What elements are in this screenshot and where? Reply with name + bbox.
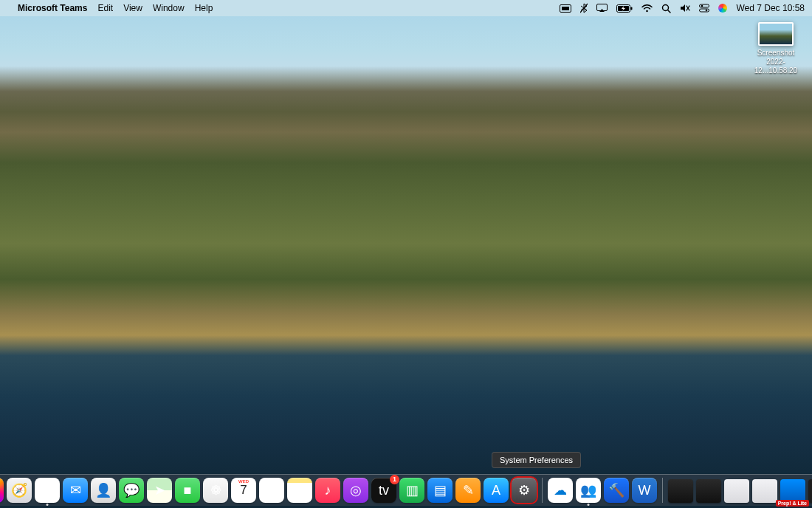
dock-photos[interactable]: ❁ (203, 478, 228, 503)
dock-appstore[interactable]: A (484, 478, 509, 503)
dock-teams[interactable]: 👥 (576, 478, 601, 503)
onedrive-icon: ☁ (554, 482, 567, 498)
svg-point-13 (701, 5, 703, 7)
bluetooth-off-icon[interactable] (580, 3, 588, 13)
svg-rect-5 (631, 7, 633, 10)
menu-help[interactable]: Help (195, 3, 213, 13)
word-icon: W (639, 483, 651, 498)
photos-icon: ❁ (210, 482, 221, 498)
dock-thumb-2[interactable] (696, 479, 721, 503)
file-name-label: Screenshot 2022-12...10.58.20 (747, 49, 805, 75)
dock: ☺🧭◉✉👤💬➤■❁Wed7☰♪◎tv1▥▤✎A⚙☁👥🔨W🗑 (0, 474, 812, 506)
dock-messages[interactable]: 💬 (119, 478, 144, 503)
svg-rect-12 (700, 4, 709, 7)
dock-chrome[interactable]: ◉ (35, 478, 60, 503)
search-icon[interactable] (661, 4, 671, 13)
file-thumbnail-icon (758, 22, 794, 46)
sound-icon[interactable] (680, 4, 690, 13)
dock-calendar[interactable]: Wed7 (231, 478, 256, 503)
dock-onedrive[interactable]: ☁ (548, 478, 573, 503)
mail-icon: ✉ (70, 482, 81, 498)
dock-thumb-1[interactable] (668, 479, 693, 503)
podcasts-icon: ◎ (350, 482, 362, 498)
dock-keynote[interactable]: ▤ (427, 478, 453, 503)
dock-separator (542, 478, 543, 503)
dock-thumb-4[interactable] (752, 479, 777, 503)
teams-icon: 👥 (580, 482, 596, 498)
svg-rect-1 (562, 7, 569, 10)
appletv-badge: 1 (390, 475, 399, 484)
maps-icon: ➤ (154, 482, 165, 498)
svg-line-9 (668, 10, 671, 13)
dock-xcode[interactable]: 🔨 (604, 478, 629, 503)
calendar-dom: 7 (240, 484, 247, 496)
messages-icon: 💬 (123, 482, 140, 498)
menu-window[interactable]: Window (153, 3, 185, 13)
pages-icon: ✎ (463, 482, 474, 498)
dock-launchpad[interactable] (0, 478, 4, 503)
svg-point-7 (647, 10, 649, 12)
dock-numbers[interactable]: ▥ (399, 478, 424, 503)
svg-rect-14 (700, 9, 709, 12)
dock-music[interactable]: ♪ (315, 478, 340, 503)
dock-system-preferences[interactable]: ⚙ (512, 478, 537, 503)
dock-reminders[interactable]: ☰ (259, 478, 284, 503)
contacts-icon: 👤 (95, 482, 111, 498)
system-preferences-icon: ⚙ (518, 482, 530, 498)
music-icon: ♪ (325, 483, 331, 498)
numbers-icon: ▥ (406, 482, 419, 498)
active-app-name[interactable]: Microsoft Teams (18, 3, 87, 13)
dock-maps[interactable]: ➤ (147, 478, 172, 503)
running-indicator (47, 504, 49, 506)
chrome-icon: ◉ (41, 482, 53, 498)
desktop-file-screenshot[interactable]: Screenshot 2022-12...10.58.20 (747, 22, 805, 75)
running-indicator (588, 504, 590, 506)
annotation-watermark: Prep! & Lite (776, 500, 809, 507)
battery-icon[interactable] (616, 4, 633, 13)
dock-wrap: ☺🧭◉✉👤💬➤■❁Wed7☰♪◎tv1▥▤✎A⚙☁👥🔨W🗑 (0, 474, 812, 506)
dock-word[interactable]: W (632, 478, 657, 503)
dock-separator (662, 478, 663, 503)
svg-point-15 (706, 10, 708, 12)
wifi-icon[interactable] (641, 4, 653, 13)
keyboard-viewer-icon[interactable] (560, 4, 571, 13)
menubar: Microsoft Teams Edit View Window Help We… (0, 0, 812, 16)
dock-tooltip: System Preferences (492, 452, 581, 468)
xcode-icon: 🔨 (608, 482, 625, 498)
safari-icon: 🧭 (11, 482, 27, 498)
menu-edit[interactable]: Edit (97, 3, 113, 13)
dock-thumb-6[interactable] (808, 479, 812, 503)
reminders-icon: ☰ (266, 482, 278, 498)
dock-safari[interactable]: 🧭 (7, 478, 32, 503)
dock-thumb-3[interactable] (724, 479, 749, 503)
dock-facetime[interactable]: ■ (175, 478, 200, 503)
screen-mirror-icon[interactable] (596, 4, 608, 13)
keynote-icon: ▤ (434, 482, 447, 498)
dock-podcasts[interactable]: ◎ (343, 478, 368, 503)
dock-notes[interactable] (287, 478, 312, 503)
dock-pages[interactable]: ✎ (455, 478, 481, 503)
menubar-clock[interactable]: Wed 7 Dec 10:58 (736, 3, 805, 13)
appletv-icon: tv (379, 483, 389, 498)
dock-appletv[interactable]: tv1 (371, 478, 396, 503)
dock-mail[interactable]: ✉ (63, 478, 88, 503)
control-center-icon[interactable] (699, 4, 709, 13)
siri-icon[interactable] (718, 4, 727, 13)
facetime-icon: ■ (184, 483, 192, 498)
appstore-icon: A (492, 483, 500, 498)
menu-view[interactable]: View (123, 3, 142, 13)
dock-contacts[interactable]: 👤 (91, 478, 116, 503)
